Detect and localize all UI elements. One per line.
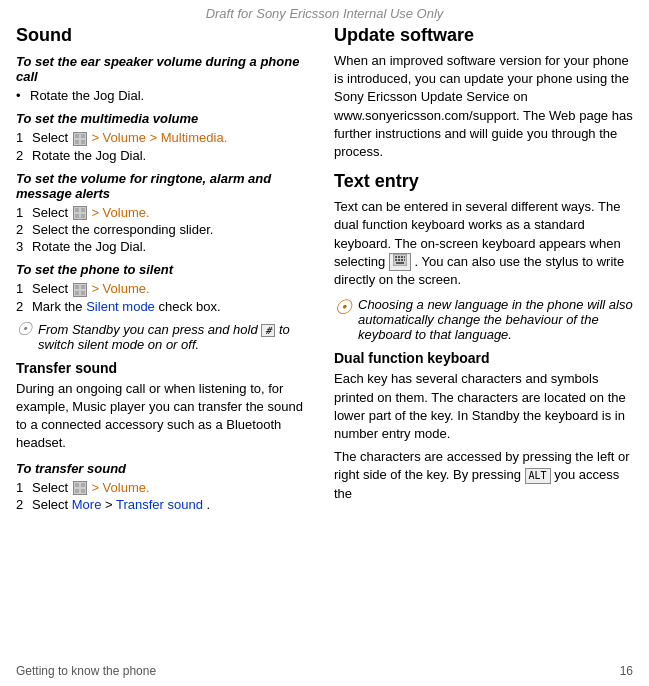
svg-rect-0 [75, 134, 79, 138]
svg-rect-23 [401, 259, 403, 261]
svg-rect-20 [404, 256, 405, 258]
transfer-step2: 2 Select More > Transfer sound . [16, 497, 316, 512]
svg-rect-3 [81, 140, 85, 144]
transfer-title: Transfer sound [16, 360, 316, 376]
svg-rect-8 [75, 285, 79, 289]
right-column: Update software When an improved softwar… [334, 25, 633, 516]
svg-rect-24 [404, 259, 405, 261]
svg-rect-22 [398, 259, 400, 261]
multimedia-step1: 1 Select > Volume > Multimedia. [16, 130, 316, 146]
tip-box: ☉ From Standby you can press and hold # … [16, 322, 316, 352]
note-icon: ☉ [334, 297, 352, 317]
alt-key-icon: ALT [525, 468, 551, 484]
svg-rect-2 [75, 140, 79, 144]
update-title: Update software [334, 25, 633, 46]
svg-rect-21 [395, 259, 397, 261]
svg-rect-9 [81, 285, 85, 289]
transfer-body: During an ongoing call or when listening… [16, 380, 316, 453]
footer-bar: Getting to know the phone 16 [0, 664, 649, 678]
svg-rect-6 [75, 214, 79, 218]
transfer-sound-link: Transfer sound [116, 497, 203, 512]
silent-step1: 1 Select > Volume. [16, 281, 316, 297]
silent-heading: To set the phone to silent [16, 262, 316, 277]
silent-mode-link: Silent mode [86, 299, 155, 314]
more-link: More [72, 497, 102, 512]
svg-rect-1 [81, 134, 85, 138]
footer-right: 16 [620, 664, 633, 678]
transfer-sound-heading: To transfer sound [16, 461, 316, 476]
svg-rect-25 [396, 262, 404, 264]
left-column: Sound To set the ear speaker volume duri… [16, 25, 316, 516]
access-body: The characters are accessed by pressing … [334, 448, 633, 503]
silent-step2: 2 Mark the Silent mode check box. [16, 299, 316, 314]
menu-icon-2 [73, 206, 87, 220]
transfer-step1: 1 Select > Volume. [16, 480, 316, 496]
dual-keyboard-title: Dual function keyboard [334, 350, 633, 366]
ringtone-step1: 1 Select > Volume. [16, 205, 316, 221]
footer-left: Getting to know the phone [16, 664, 156, 678]
keyboard-icon [389, 253, 411, 271]
menu-icon-1 [73, 132, 87, 146]
svg-rect-12 [75, 483, 79, 487]
text-entry-title: Text entry [334, 171, 633, 192]
svg-rect-5 [81, 208, 85, 212]
multimedia-step2: 2 Rotate the Jog Dial. [16, 148, 316, 163]
menu-icon-3 [73, 283, 87, 297]
svg-rect-15 [81, 489, 85, 493]
svg-rect-17 [395, 256, 397, 258]
draft-header: Draft for Sony Ericsson Internal Use Onl… [0, 0, 649, 25]
svg-rect-10 [75, 291, 79, 295]
ringtone-step3: 3 Rotate the Jog Dial. [16, 239, 316, 254]
text-entry-body: Text can be entered in several different… [334, 198, 633, 289]
svg-rect-7 [81, 214, 85, 218]
tip-icon: ☉ [16, 320, 32, 338]
dual-keyboard-body: Each key has several characters and symb… [334, 370, 633, 443]
multimedia-heading: To set the multimedia volume [16, 111, 316, 126]
note-text: Choosing a new language in the phone wil… [358, 297, 633, 342]
ear-speaker-heading: To set the ear speaker volume during a p… [16, 54, 316, 84]
svg-rect-13 [81, 483, 85, 487]
ringtone-heading: To set the volume for ringtone, alarm an… [16, 171, 316, 201]
svg-rect-18 [398, 256, 400, 258]
svg-rect-11 [81, 291, 85, 295]
svg-rect-19 [401, 256, 403, 258]
note-box: ☉ Choosing a new language in the phone w… [334, 297, 633, 342]
sound-title: Sound [16, 25, 316, 46]
ear-speaker-step: • Rotate the Jog Dial. [16, 88, 316, 103]
silent-key-icon: # [261, 324, 275, 337]
svg-rect-4 [75, 208, 79, 212]
ringtone-step2: 2 Select the corresponding slider. [16, 222, 316, 237]
update-body: When an improved software version for yo… [334, 52, 633, 161]
bullet-icon: • [16, 88, 26, 103]
menu-icon-4 [73, 481, 87, 495]
svg-rect-14 [75, 489, 79, 493]
